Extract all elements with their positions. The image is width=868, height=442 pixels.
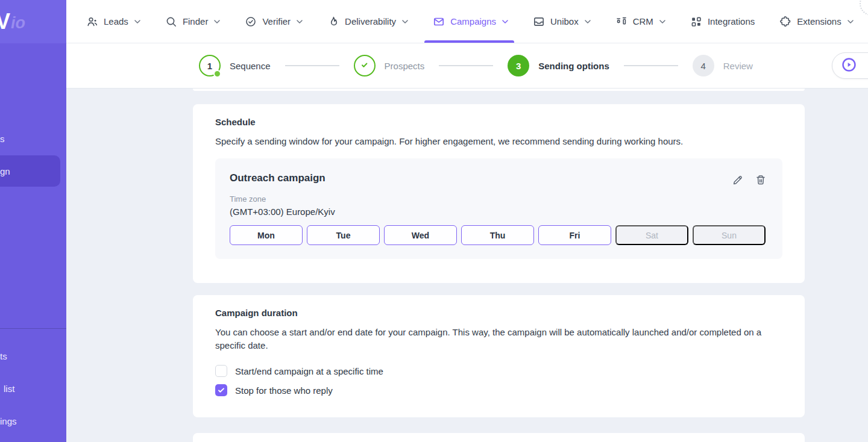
timezone-label: Time zone (230, 195, 768, 204)
checkbox-label: Stop for those who reply (235, 385, 333, 396)
step-number: 3 (516, 61, 521, 71)
duration-title: Campaign duration (215, 308, 782, 318)
logo-text-bold: V (0, 9, 10, 34)
brand-logo[interactable]: V io (0, 0, 66, 43)
people-icon (86, 16, 98, 28)
sidebar-item-truncated-1[interactable]: s (0, 134, 5, 145)
nav-item-label: Campaigns (450, 16, 496, 26)
avatar[interactable] (860, 0, 868, 16)
top-navigation: Leads Finder Verifier Deliverability (66, 0, 868, 43)
campaign-stepper: 1 Sequence Prospects 3 Sending options 4… (66, 43, 868, 89)
step-4-circle: 4 (693, 55, 714, 76)
step-label: Sequence (230, 61, 271, 71)
grid-squares-icon (690, 16, 702, 28)
day-button-tue[interactable]: Tue (307, 225, 380, 245)
duration-description: You can choose a start and/or end date f… (215, 326, 782, 352)
schedule-title: Schedule (215, 117, 782, 127)
sidebar-item-truncated-3[interactable]: ts (0, 351, 7, 362)
timezone-value[interactable]: (GMT+03:00) Europe/Kyiv (230, 207, 768, 217)
search-icon (165, 16, 177, 28)
nav-item-label: Finder (183, 16, 209, 26)
day-button-mon[interactable]: Mon (230, 225, 303, 245)
nav-item-label: Unibox (550, 16, 579, 26)
step-sequence[interactable]: 1 Sequence (199, 55, 271, 76)
step-1-circle: 1 (199, 55, 221, 76)
flame-icon (327, 16, 339, 28)
checkbox-label: Start/end campaign at a specific time (235, 366, 383, 376)
nav-item-label: Integrations (708, 16, 755, 26)
launch-button-partial[interactable] (832, 52, 868, 79)
nav-item-extensions[interactable]: Extensions (779, 0, 853, 43)
schedule-description: Specify a sending window for your campai… (215, 135, 782, 148)
start-end-checkbox-row[interactable]: Start/end campaign at a specific time (215, 365, 782, 377)
step-2-circle (354, 55, 376, 76)
step-number: 4 (701, 61, 706, 71)
sending-window-card: Outreach campaign Time zone (GMT+03:00) … (215, 158, 782, 259)
envelope-icon (433, 16, 445, 28)
check-icon (359, 60, 370, 72)
chevron-down-icon (585, 20, 591, 23)
nav-item-label: CRM (633, 16, 653, 26)
nav-item-integrations[interactable]: Integrations (690, 0, 755, 43)
day-button-fri[interactable]: Fri (538, 225, 611, 245)
campaign-name: Outreach campaign (230, 172, 768, 184)
sidebar-divider (0, 328, 66, 329)
step-connector (624, 65, 678, 66)
nav-item-unibox[interactable]: Unibox (533, 0, 591, 43)
sidebar-item-truncated-4[interactable]: list (4, 384, 14, 394)
nav-item-leads[interactable]: Leads (86, 0, 140, 43)
day-button-wed[interactable]: Wed (384, 225, 457, 245)
nav-item-verifier[interactable]: Verifier (245, 0, 303, 43)
step-connector (439, 65, 493, 66)
day-button-sat[interactable]: Sat (615, 225, 688, 245)
nav-item-label: Verifier (262, 16, 291, 26)
nav-item-deliverability[interactable]: Deliverability (327, 0, 408, 43)
sidebar-item-active[interactable]: gn (0, 155, 60, 187)
schedule-card: Schedule Specify a sending window for yo… (193, 104, 805, 283)
checkbox-checked-icon[interactable] (215, 384, 227, 396)
day-button-sun[interactable]: Sun (693, 225, 766, 245)
chevron-down-icon (659, 20, 665, 23)
campaign-actions (732, 174, 767, 186)
puzzle-icon (779, 16, 791, 28)
step-sending-options[interactable]: 3 Sending options (508, 55, 609, 76)
main-content: Schedule Specify a sending window for yo… (66, 89, 868, 442)
step-review[interactable]: 4 Review (693, 55, 753, 76)
inbox-icon (533, 16, 545, 28)
launch-icon (841, 57, 857, 75)
chevron-down-icon (502, 20, 508, 23)
step-progress-dot (213, 70, 221, 78)
nav-item-label: Leads (104, 16, 128, 26)
chevron-down-icon (848, 20, 854, 23)
chevron-down-icon (214, 20, 220, 23)
weekday-selector: Mon Tue Wed Thu Fri Sat Sun (230, 225, 768, 245)
trash-icon[interactable] (755, 174, 767, 186)
step-label: Prospects (385, 61, 425, 71)
nav-item-label: Extensions (797, 16, 841, 26)
crm-board-icon (615, 16, 627, 28)
sidebar-item-truncated-5[interactable]: ings (0, 416, 17, 427)
next-card-edge (193, 433, 805, 442)
campaign-duration-card: Campaign duration You can choose a start… (193, 295, 805, 417)
chevron-down-icon (134, 20, 140, 23)
nav-item-campaigns[interactable]: Campaigns (433, 0, 508, 43)
check-circle-icon (245, 16, 257, 28)
step-3-circle: 3 (508, 55, 529, 76)
chevron-down-icon (297, 20, 303, 23)
step-connector (285, 65, 339, 66)
checkbox-unchecked-icon[interactable] (215, 365, 227, 377)
pencil-icon[interactable] (732, 174, 744, 186)
nav-item-label: Deliverability (345, 16, 396, 26)
step-number: 1 (207, 61, 212, 71)
stop-on-reply-checkbox-row[interactable]: Stop for those who reply (215, 384, 782, 396)
nav-item-finder[interactable]: Finder (165, 0, 221, 43)
step-prospects[interactable]: Prospects (354, 55, 425, 76)
sidebar: s gn ts list ings ounts (0, 43, 66, 442)
chevron-down-icon (402, 20, 408, 23)
step-label: Review (723, 61, 753, 71)
day-button-thu[interactable]: Thu (461, 225, 534, 245)
nav-item-crm[interactable]: CRM (615, 0, 665, 43)
app-root: Leads Finder Verifier Deliverability (0, 0, 868, 442)
previous-card-edge (193, 89, 805, 91)
sidebar-item-label: gn (0, 166, 10, 176)
